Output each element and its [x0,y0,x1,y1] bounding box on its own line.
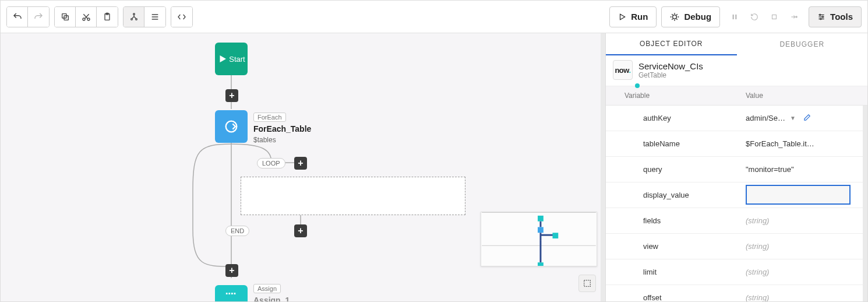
step-button[interactable] [784,6,804,27]
end-label: END [225,226,249,236]
prop-value: $ForEach_Table.it… [746,139,814,148]
debug-label: Debug [684,12,711,22]
prop-name: view [606,242,740,251]
foreach-title: ForEach_Table [253,124,311,134]
prop-row-offset[interactable]: offset (string) [606,285,863,301]
svg-point-6 [133,13,135,15]
prop-name: fields [606,216,740,225]
prop-name: limit [606,268,740,276]
svg-point-13 [673,15,677,19]
prop-name: query [606,165,740,174]
svg-rect-14 [733,14,734,19]
foreach-type-pill: ForEach [253,113,286,122]
start-node[interactable]: Start [215,43,248,75]
column-header: Variable Value [606,86,867,106]
add-node-button[interactable]: + [225,89,238,102]
loop-label: LOOP [257,158,285,168]
prop-name: tableName [606,139,740,148]
tools-button[interactable]: Tools [809,6,862,27]
svg-point-7 [130,18,132,20]
prop-row-display-value[interactable]: display_value [606,182,863,208]
foreach-sub: $tables [253,136,311,144]
svg-marker-28 [220,55,227,62]
prop-row-limit[interactable]: limit (string) [606,259,863,285]
prop-name: display_value [606,191,740,199]
add-after-snow-button[interactable]: + [294,224,307,237]
col-variable: Variable [606,92,740,100]
display-value-input[interactable] [746,185,851,205]
svg-rect-45 [584,280,591,287]
svg-rect-16 [772,15,777,19]
panel-header: now ServiceNow_CIs GetTable [606,55,867,86]
chevron-down-icon[interactable]: ▼ [790,115,796,121]
prop-row-authkey[interactable]: authKey admin/Se… ▼ [606,106,863,131]
debug-controls [725,6,804,27]
stop-button[interactable] [764,6,784,27]
edit-icon[interactable] [803,114,811,122]
svg-rect-32 [231,293,233,294]
undo-button[interactable] [7,7,28,27]
svg-point-24 [820,18,821,19]
loop-body-container [241,177,465,215]
run-label: Run [631,12,648,22]
paste-button[interactable] [97,7,118,27]
foreach-node[interactable] [215,110,248,143]
prop-placeholder: (string) [746,216,769,225]
prop-placeholder: (string) [746,293,769,301]
panel-header-icon: now [613,60,633,80]
toolbar: Run Debug Tools [1,1,867,33]
prop-value: admin/Se… [746,114,785,122]
assign-icon [225,290,238,298]
play-icon [217,54,228,64]
assign-title: Assign_1 [253,296,290,301]
add-loop-node-button[interactable]: + [294,157,307,170]
prop-row-query[interactable]: query "monitor=true" [606,157,863,182]
svg-rect-30 [226,293,228,294]
list-view-button[interactable] [144,7,165,27]
minimap[interactable] [481,212,597,266]
prop-row-fields[interactable]: fields (string) [606,208,863,234]
panel-subtitle: GetTable [638,71,703,79]
restart-button[interactable] [744,6,764,27]
prop-name: offset [606,293,740,301]
svg-rect-15 [735,14,736,19]
svg-rect-39 [538,227,544,233]
run-button[interactable]: Run [609,6,657,27]
svg-point-8 [135,18,137,20]
svg-point-22 [820,14,821,15]
prop-placeholder: (string) [746,268,769,276]
code-view-button[interactable] [171,7,192,27]
workflow-canvas[interactable]: Start + ForEach ForEach_Table $tables LO… [1,33,605,301]
bug-icon [670,12,679,22]
panel-title: ServiceNow_CIs [638,61,703,71]
svg-point-2 [83,18,85,20]
sliders-icon [817,13,825,21]
pause-button[interactable] [725,6,744,27]
selection-icon [583,279,592,288]
cut-button[interactable] [76,7,97,27]
tree-view-button[interactable] [124,7,144,27]
debug-button[interactable]: Debug [661,6,720,27]
assign-type-pill: Assign [253,284,281,293]
svg-rect-37 [538,216,544,222]
copy-button[interactable] [55,7,76,27]
svg-rect-44 [538,262,544,266]
svg-rect-36 [482,212,596,213]
object-editor-panel: OBJECT EDITOR DEBUGGER now ServiceNow_CI… [605,33,867,301]
prop-row-view[interactable]: view (string) [606,234,863,259]
tab-debugger[interactable]: DEBUGGER [737,33,868,55]
redo-button[interactable] [28,7,49,27]
assign-node[interactable] [215,285,248,301]
minimap-toggle-button[interactable] [578,275,596,292]
svg-point-23 [822,16,823,17]
prop-row-tablename[interactable]: tableName $ForEach_Table.it… [606,131,863,157]
svg-marker-12 [620,14,625,19]
tab-object-editor[interactable]: OBJECT EDITOR [606,33,737,55]
prop-name: authKey [606,114,740,122]
svg-point-3 [87,18,90,20]
add-after-loop-button[interactable]: + [225,264,238,277]
play-icon [618,13,626,21]
start-label: Start [229,55,245,64]
svg-rect-42 [552,233,558,238]
svg-rect-35 [482,245,596,246]
